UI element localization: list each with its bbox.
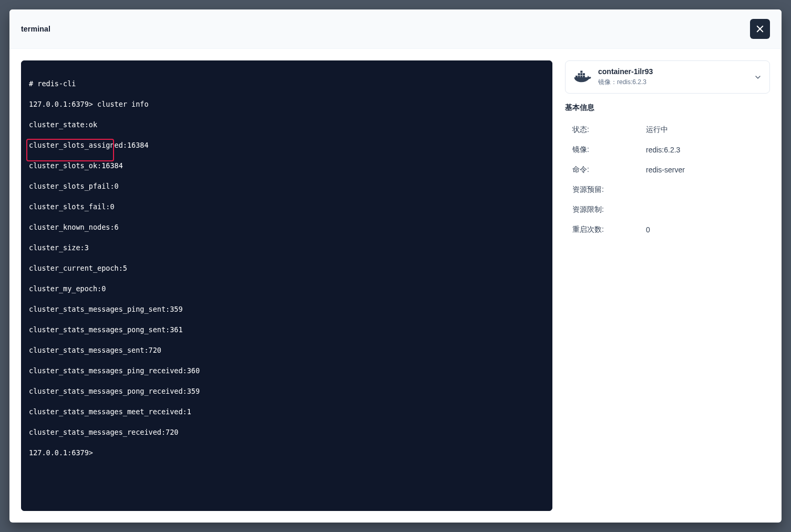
terminal-line: cluster_slots_fail:0 — [29, 202, 545, 212]
container-card[interactable]: container-1ilr93 镜像：redis:6.2.3 — [565, 60, 770, 94]
terminal-line: cluster_stats_messages_pong_sent:361 — [29, 325, 545, 335]
side-panel: container-1ilr93 镜像：redis:6.2.3 基本信息 状态:… — [565, 60, 770, 511]
terminal-line: cluster_slots_ok:16384 — [29, 161, 545, 171]
info-row-restarts: 重启次数: 0 — [572, 225, 763, 234]
terminal-line: cluster_my_epoch:0 — [29, 284, 545, 294]
info-value: redis-server — [646, 166, 685, 174]
info-row-limit: 资源限制: — [572, 205, 763, 214]
svg-rect-7 — [580, 73, 582, 75]
info-row-status: 状态: 运行中 — [572, 125, 763, 135]
close-icon — [755, 24, 765, 34]
terminal-line: cluster_stats_messages_ping_received:360 — [29, 366, 545, 376]
info-value: 运行中 — [646, 125, 668, 135]
info-value: redis:6.2.3 — [646, 146, 680, 154]
info-label: 重启次数: — [572, 225, 646, 234]
svg-rect-8 — [583, 73, 585, 75]
info-row-image: 镜像: redis:6.2.3 — [572, 145, 763, 155]
svg-rect-6 — [578, 73, 580, 75]
info-row-command: 命令: redis-server — [572, 165, 763, 175]
info-label: 资源限制: — [572, 205, 646, 214]
close-button[interactable] — [750, 19, 770, 39]
terminal-line: cluster_stats_messages_pong_received:359 — [29, 386, 545, 397]
modal-title: terminal — [21, 25, 50, 33]
terminal-line: cluster_stats_messages_meet_received:1 — [29, 407, 545, 417]
terminal-line: cluster_slots_pfail:0 — [29, 181, 545, 192]
terminal-line: cluster_stats_messages_ping_sent:359 — [29, 304, 545, 315]
modal-body: # redis-cli 127.0.0.1:6379> cluster info… — [9, 49, 782, 523]
terminal-line: cluster_slots_assigned:16384 — [29, 140, 545, 151]
terminal-line: cluster_state:ok — [29, 120, 545, 130]
info-value: 0 — [646, 226, 650, 234]
info-list: 状态: 运行中 镜像: redis:6.2.3 命令: redis-server… — [565, 122, 770, 238]
chevron-down-icon — [754, 73, 762, 81]
info-section-title: 基本信息 — [565, 103, 770, 112]
container-card-left: container-1ilr93 镜像：redis:6.2.3 — [573, 67, 653, 87]
terminal-line: cluster_current_epoch:5 — [29, 263, 545, 274]
terminal-line: 127.0.0.1:6379> — [29, 448, 545, 458]
info-label: 状态: — [572, 125, 646, 135]
docker-icon — [573, 70, 593, 85]
info-label: 资源预留: — [572, 185, 646, 195]
terminal-line: cluster_stats_messages_sent:720 — [29, 345, 545, 356]
terminal-line: cluster_size:3 — [29, 243, 545, 253]
container-image: 镜像：redis:6.2.3 — [598, 78, 653, 87]
terminal-line: cluster_known_nodes:6 — [29, 222, 545, 233]
terminal-modal: terminal # redis-cli 127.0.0.1:6379> clu… — [9, 9, 782, 523]
svg-rect-9 — [580, 70, 582, 73]
terminal-line: cluster_stats_messages_received:720 — [29, 427, 545, 438]
terminal-output[interactable]: # redis-cli 127.0.0.1:6379> cluster info… — [21, 60, 552, 511]
info-label: 镜像: — [572, 145, 646, 155]
terminal-line: # redis-cli — [29, 79, 545, 89]
terminal-line: 127.0.0.1:6379> cluster info — [29, 99, 545, 110]
container-name: container-1ilr93 — [598, 67, 653, 76]
modal-header: terminal — [9, 9, 782, 49]
info-row-reserved: 资源预留: — [572, 185, 763, 195]
info-label: 命令: — [572, 165, 646, 175]
